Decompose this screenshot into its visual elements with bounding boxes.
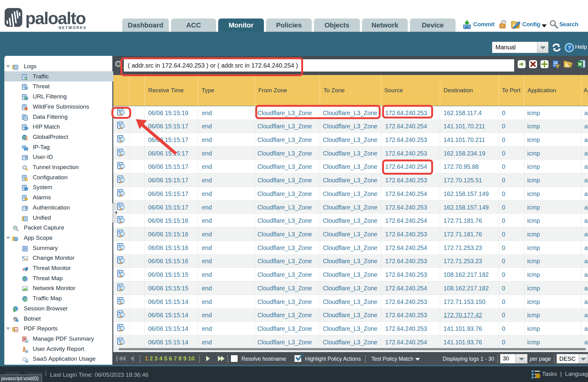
svg-text:A: A: [15, 328, 17, 331]
svg-text:paloalto: paloalto: [25, 9, 85, 28]
svg-text:NETWORKS®: NETWORKS®: [59, 26, 86, 30]
svg-text:?: ?: [568, 45, 571, 51]
